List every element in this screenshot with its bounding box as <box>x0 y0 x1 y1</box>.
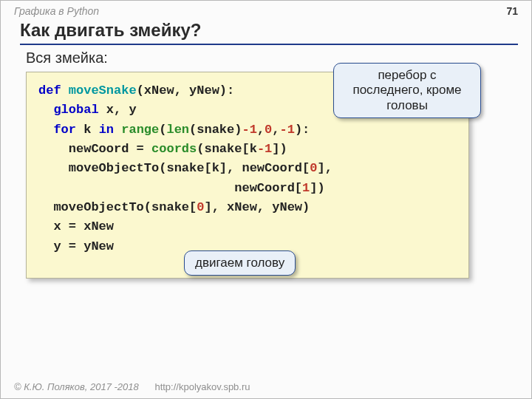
fn-coords: coords <box>151 142 197 156</box>
title-rule <box>20 44 518 45</box>
pc: ): <box>295 123 310 137</box>
footer-url: http://kpolyakov.spb.ru <box>154 381 250 392</box>
fn-name: moveSnake <box>69 83 137 98</box>
len-arg: (snake) <box>189 123 242 137</box>
ca-b: ]) <box>272 142 287 156</box>
kw-in: in <box>99 123 114 137</box>
footer: © К.Ю. Поляков, 2017 -2018 http://kpolya… <box>14 381 250 392</box>
n-m1c: -1 <box>257 142 272 156</box>
n-m1: -1 <box>242 123 256 137</box>
i0: 0 <box>310 161 317 175</box>
header-category: Графика в Python <box>14 5 99 17</box>
callout-loop-note: перебор с последнего, кроме головы <box>333 63 481 118</box>
subtitle: Вся змейка: <box>26 50 108 66</box>
c2: , <box>272 123 279 137</box>
slide: Графика в Python 71 Как двигать змейку? … <box>0 0 532 399</box>
mh-a: moveObjectTo(snake[ <box>38 200 197 214</box>
n-m1b: -1 <box>280 123 295 137</box>
ly: y = yNew <box>38 239 114 253</box>
page-title: Как двигать змейку? <box>20 20 201 41</box>
ca-a: (snake[k <box>197 142 257 156</box>
nc-a: newCoord = <box>38 142 151 156</box>
lx: x = xNew <box>38 219 114 233</box>
footer-copyright: © К.Ю. Поляков, 2017 -2018 <box>14 381 139 392</box>
globals: x, y <box>99 103 137 117</box>
callout-head-note: двигаем голову <box>184 250 296 276</box>
page-number: 71 <box>506 5 518 17</box>
mb2a: newCoord[ <box>38 181 302 195</box>
kw-global: global <box>53 103 98 117</box>
po: ( <box>159 123 166 137</box>
params: (xNew, yNew): <box>137 83 235 98</box>
mh-b: ], xNew, yNew) <box>204 200 310 214</box>
bcl: ]) <box>310 181 324 195</box>
fn-range: range <box>121 123 159 137</box>
bc: ], <box>317 161 332 175</box>
var-k: k <box>76 123 99 137</box>
c1: , <box>257 123 265 137</box>
mb: moveObjectTo(snake[k], newCoord[ <box>38 161 310 175</box>
i0b: 0 <box>197 200 204 214</box>
kw-for: for <box>53 123 76 137</box>
n-0: 0 <box>265 123 272 137</box>
fn-len: len <box>166 123 189 137</box>
kw-def: def <box>38 83 61 98</box>
i1: 1 <box>302 181 310 195</box>
